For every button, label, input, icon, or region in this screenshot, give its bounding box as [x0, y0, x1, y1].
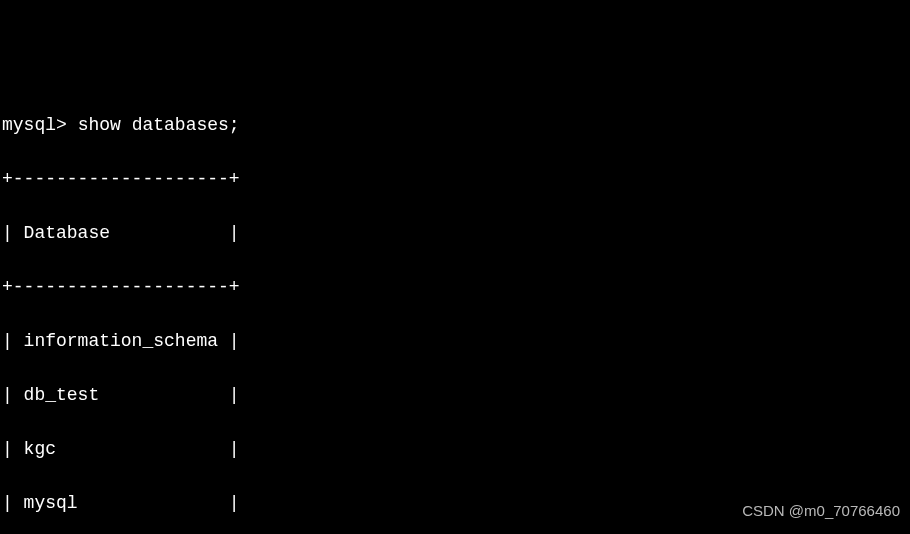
watermark-text: CSDN @m0_70766460	[742, 500, 900, 523]
table-row: | information_schema |	[2, 328, 908, 355]
table-header: | Database |	[2, 220, 908, 247]
table-row: | db_test |	[2, 382, 908, 409]
command-line-show-databases: mysql> show databases;	[2, 112, 908, 139]
table-separator-mid: +--------------------+	[2, 274, 908, 301]
table-row: | kgc |	[2, 436, 908, 463]
command-text: show databases;	[78, 115, 240, 135]
table-separator-top: +--------------------+	[2, 166, 908, 193]
prompt: mysql>	[2, 115, 78, 135]
